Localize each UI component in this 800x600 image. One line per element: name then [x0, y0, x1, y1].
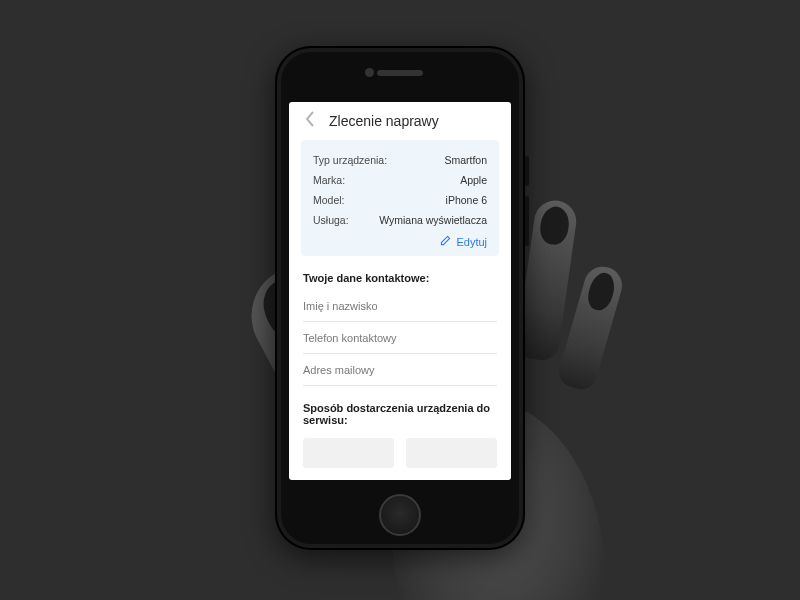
phone-device-frame: Zlecenie naprawy Typ urządzenia: Smartfo… — [275, 46, 525, 550]
page-title: Zlecenie naprawy — [329, 113, 439, 129]
app-screen: Zlecenie naprawy Typ urządzenia: Smartfo… — [289, 102, 511, 480]
summary-value: iPhone 6 — [446, 194, 487, 206]
summary-row: Model: iPhone 6 — [313, 190, 487, 210]
summary-row: Marka: Apple — [313, 170, 487, 190]
summary-value: Wymiana wyświetlacza — [379, 214, 487, 226]
pencil-icon — [440, 235, 451, 248]
summary-row: Usługa: Wymiana wyświetlacza — [313, 210, 487, 230]
summary-value: Apple — [460, 174, 487, 186]
nav-bar: Zlecenie naprawy — [289, 102, 511, 138]
delivery-options — [289, 432, 511, 468]
summary-label: Usługa: — [313, 214, 349, 226]
summary-label: Marka: — [313, 174, 345, 186]
phone-field[interactable]: Telefon kontaktowy — [303, 322, 497, 354]
order-summary-card: Typ urządzenia: Smartfon Marka: Apple Mo… — [301, 140, 499, 256]
edit-button[interactable]: Edytuj — [313, 230, 487, 248]
email-field[interactable]: Adres mailowy — [303, 354, 497, 386]
name-field[interactable]: Imię i nazwisko — [303, 290, 497, 322]
summary-label: Model: — [313, 194, 345, 206]
chevron-left-icon — [305, 111, 315, 131]
contact-heading: Twoje dane kontaktowe: — [289, 256, 511, 290]
edit-label: Edytuj — [456, 236, 487, 248]
summary-label: Typ urządzenia: — [313, 154, 387, 166]
delivery-option[interactable] — [406, 438, 497, 468]
summary-value: Smartfon — [444, 154, 487, 166]
summary-row: Typ urządzenia: Smartfon — [313, 150, 487, 170]
delivery-heading: Sposób dostarczenia urządzenia do serwis… — [289, 386, 511, 432]
phone-speaker — [377, 70, 423, 76]
phone-home-button[interactable] — [379, 494, 421, 536]
phone-camera — [365, 68, 374, 77]
back-button[interactable] — [301, 112, 319, 130]
delivery-option[interactable] — [303, 438, 394, 468]
